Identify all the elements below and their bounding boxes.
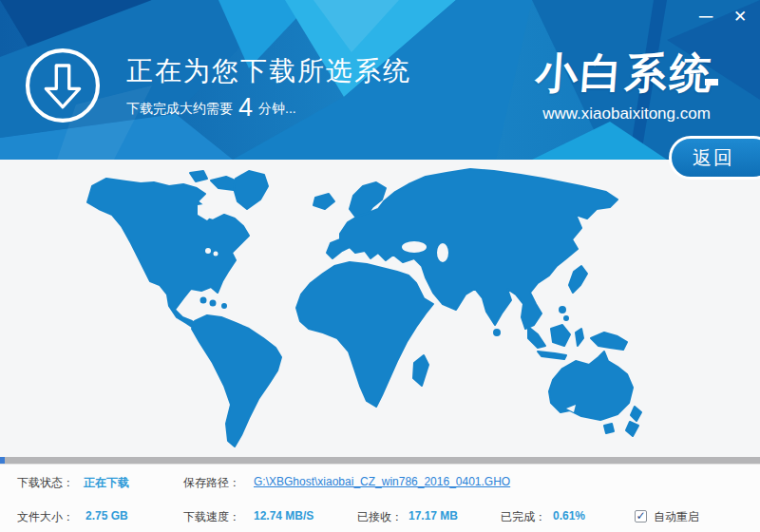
progress-fill — [0, 457, 5, 464]
save-path-link[interactable]: G:\XBGhost\xiaobai_CZ_win786_2016_0401.G… — [254, 475, 510, 488]
completed-value: 0.61% — [553, 509, 585, 522]
back-button[interactable]: 返回 — [669, 136, 760, 180]
eta-minutes: 4 — [233, 93, 258, 122]
completed-label: 已完成： — [501, 509, 546, 525]
minimize-button[interactable]: ─ — [694, 4, 718, 28]
brand-logo: 小白系统 — [533, 46, 715, 102]
eta-suffix: 分钟... — [258, 101, 296, 116]
received-value: 17.17 MB — [408, 509, 458, 522]
page-title: 正在为您下载所选系统 — [126, 53, 411, 89]
download-speed-label: 下载速度： — [183, 509, 240, 525]
download-status-value: 正在下载 — [84, 475, 129, 491]
status-panel: 下载状态： 正在下载 保存路径： G:\XBGhost\xiaobai_CZ_w… — [0, 464, 760, 532]
file-size-label: 文件大小： — [17, 509, 74, 525]
received-label: 已接收： — [357, 509, 403, 525]
world-map-svg — [0, 160, 760, 457]
brand-website: www.xiaobaixitong.com — [524, 104, 729, 124]
check-icon: ✓ — [636, 509, 645, 522]
download-speed-value: 12.74 MB/S — [254, 509, 314, 522]
header: ─ ✕ 正在为您下载所选系统 下载完成大约需要4分钟... 小白系统 www.x… — [0, 0, 760, 160]
close-button[interactable]: ✕ — [728, 4, 752, 28]
auto-restart-label: 自动重启 — [654, 509, 699, 525]
download-icon — [23, 46, 103, 125]
eta-prefix: 下载完成大约需要 — [126, 101, 233, 116]
save-path-label: 保存路径： — [183, 475, 240, 491]
download-eta: 下载完成大约需要4分钟... — [126, 93, 296, 123]
window-controls: ─ ✕ — [694, 4, 752, 28]
app-window: ─ ✕ 正在为您下载所选系统 下载完成大约需要4分钟... 小白系统 www.x… — [0, 0, 760, 532]
world-map — [0, 160, 760, 457]
auto-restart-checkbox[interactable]: ✓ — [635, 510, 647, 522]
brand-block: 小白系统 www.xiaobaixitong.com — [524, 46, 729, 124]
file-size-value: 2.75 GB — [86, 509, 128, 522]
download-status-label: 下载状态： — [17, 475, 74, 491]
download-progress-bar — [0, 457, 760, 464]
